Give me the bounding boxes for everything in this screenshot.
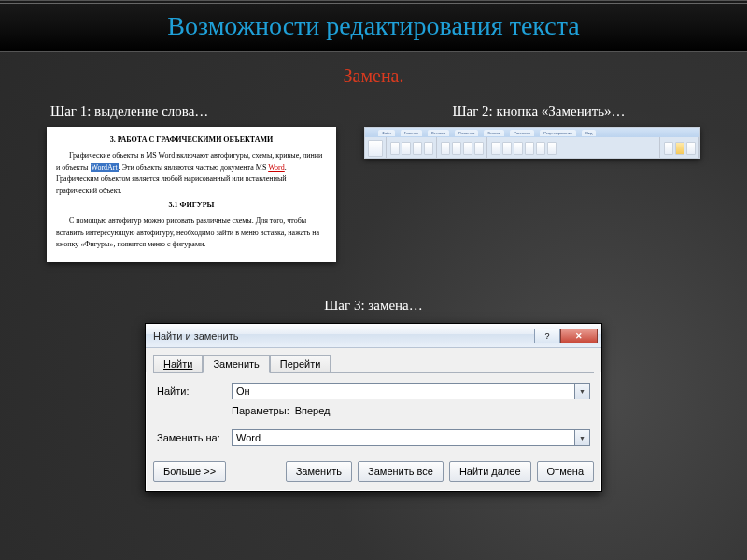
font-button[interactable] xyxy=(413,142,422,155)
style-button[interactable] xyxy=(514,142,523,155)
step1-label: Шаг 1: выделение слова… xyxy=(50,104,340,119)
ribbon-tab[interactable]: Вид xyxy=(582,130,596,136)
params-row: Параметры: Вперед xyxy=(232,405,590,416)
dialog-titlebar[interactable]: Найти и заменить ? ✕ xyxy=(146,324,601,348)
replace-input[interactable] xyxy=(232,429,575,446)
close-button[interactable]: ✕ xyxy=(560,329,598,343)
para-button[interactable] xyxy=(441,142,450,155)
tab-find[interactable]: Найти xyxy=(153,355,203,373)
params-value: Вперед xyxy=(295,405,331,416)
ribbon-tab[interactable]: Вставка xyxy=(428,130,449,136)
ribbon-tabs-row: Файл Главная Вставка Разметка Ссылки Рас… xyxy=(365,128,699,137)
ribbon-group-paragraph xyxy=(438,137,487,159)
dialog-title: Найти и заменить xyxy=(153,330,534,342)
ribbon-group-editing xyxy=(661,137,699,159)
style-button[interactable] xyxy=(525,142,534,155)
para-button[interactable] xyxy=(474,142,484,155)
style-button[interactable] xyxy=(547,142,557,155)
ribbon-group-clipboard xyxy=(365,137,387,159)
ribbon-tab[interactable]: Файл xyxy=(378,130,395,136)
style-button[interactable] xyxy=(502,142,512,155)
find-button[interactable] xyxy=(664,142,673,155)
find-input[interactable] xyxy=(232,383,575,399)
doc-heading-1: 3. РАБОТА С ГРАФИЧЕСКИМИ ОБЪЕКТАМИ xyxy=(56,134,327,147)
underlined-word: Word xyxy=(268,163,285,172)
word-ribbon: Файл Главная Вставка Разметка Ссылки Рас… xyxy=(364,127,700,159)
step2-label: Шаг 2: кнопка «Заменить»… xyxy=(377,104,700,119)
ribbon-tab[interactable]: Рассылки xyxy=(510,130,534,136)
replace-label: Заменить на: xyxy=(157,432,232,443)
para-button[interactable] xyxy=(463,142,472,155)
step3-label: Шаг 3: замена… xyxy=(0,298,747,314)
ribbon-tab[interactable]: Разметка xyxy=(455,130,478,136)
font-button[interactable] xyxy=(424,142,433,155)
ribbon-body xyxy=(365,137,699,159)
ribbon-tab[interactable]: Рецензирование xyxy=(540,130,576,136)
style-button[interactable] xyxy=(491,142,500,155)
find-replace-dialog: Найти и заменить ? ✕ Найти Заменить Пере… xyxy=(145,323,602,492)
select-button[interactable] xyxy=(686,142,696,155)
ribbon-group-styles xyxy=(488,137,660,159)
step2-column: Шаг 2: кнопка «Заменить»… Файл Главная В… xyxy=(340,104,700,262)
replace-all-button[interactable]: Заменить все xyxy=(358,461,444,482)
font-button[interactable] xyxy=(390,142,400,155)
style-button[interactable] xyxy=(536,142,545,155)
paste-button[interactable] xyxy=(368,140,383,157)
tab-replace[interactable]: Заменить xyxy=(203,355,269,373)
more-button[interactable]: Больше >> xyxy=(153,461,226,482)
highlighted-word: WordArt xyxy=(91,163,119,172)
doc-text: . Эти объекты являются частью документа … xyxy=(119,163,268,172)
ribbon-tab[interactable]: Главная xyxy=(401,130,422,136)
dropdown-icon[interactable]: ▼ xyxy=(575,383,590,399)
cancel-button[interactable]: Отмена xyxy=(537,461,594,482)
document-snippet: 3. РАБОТА С ГРАФИЧЕСКИМИ ОБЪЕКТАМИ Графи… xyxy=(47,127,336,262)
params-label: Параметры: xyxy=(232,405,289,416)
tab-find-label: Найти xyxy=(163,358,192,370)
font-button[interactable] xyxy=(402,142,411,155)
tab-goto[interactable]: Перейти xyxy=(270,355,331,373)
slide-title: Возможности редактирования текста xyxy=(167,11,579,41)
step3-area: Шаг 3: замена… Найти и заменить ? ✕ Найт… xyxy=(0,298,747,492)
slide-subtitle: Замена. xyxy=(0,65,747,87)
replace-one-button[interactable]: Заменить xyxy=(286,461,352,482)
window-buttons: ? ✕ xyxy=(534,329,598,343)
doc-heading-2: 3.1 ФИГУРЫ xyxy=(56,200,327,212)
tab-goto-label: Перейти xyxy=(280,358,321,370)
tab-replace-label: Заменить xyxy=(213,358,259,370)
find-next-button[interactable]: Найти далее xyxy=(449,461,531,482)
ribbon-group-font xyxy=(388,137,437,159)
replace-button[interactable] xyxy=(675,142,684,155)
help-button[interactable]: ? xyxy=(534,329,560,343)
para-button[interactable] xyxy=(452,142,461,155)
dropdown-icon[interactable]: ▼ xyxy=(575,429,590,446)
dialog-tabs: Найти Заменить Перейти xyxy=(146,348,601,372)
dialog-footer: Больше >> Заменить Заменить все Найти да… xyxy=(146,457,601,491)
step1-column: Шаг 1: выделение слова… 3. РАБОТА С ГРАФ… xyxy=(47,104,340,262)
replace-row: Заменить на: ▼ xyxy=(157,429,590,446)
steps-row: Шаг 1: выделение слова… 3. РАБОТА С ГРАФ… xyxy=(0,104,747,262)
doc-paragraph-1: Графические объекты в MS Word включают а… xyxy=(56,150,327,198)
ribbon-tab[interactable]: Ссылки xyxy=(484,130,504,136)
doc-paragraph-2: С помощью автофигур можно рисовать разли… xyxy=(56,216,327,251)
find-row: Найти: ▼ xyxy=(157,383,590,399)
dialog-body: Найти: ▼ Параметры: Вперед Заменить на: … xyxy=(153,372,594,457)
slide-title-bar: Возможности редактирования текста xyxy=(0,0,747,52)
find-label: Найти: xyxy=(157,385,232,397)
